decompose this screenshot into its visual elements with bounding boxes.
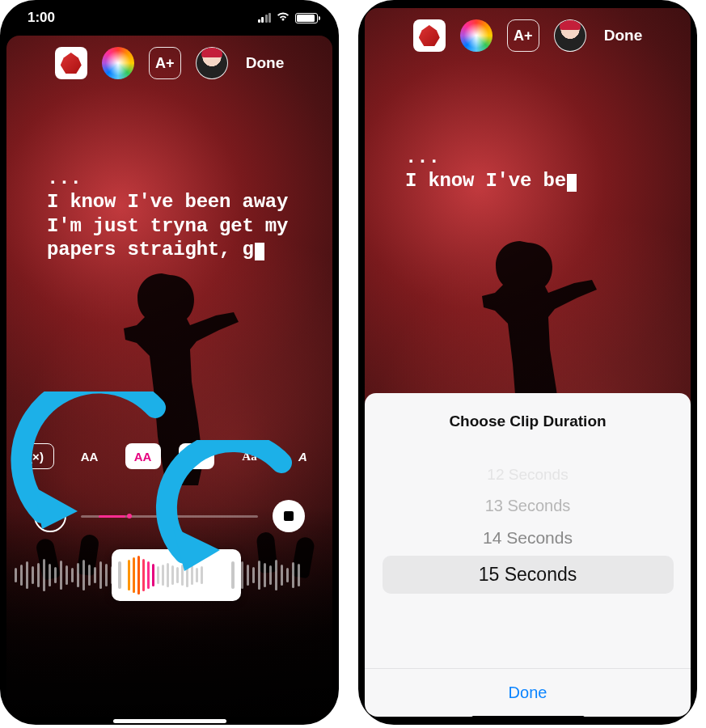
font-style-1[interactable]: (×)	[19, 443, 54, 469]
story-canvas[interactable]: A+ Done ... I know I've been away I'm ju…	[6, 36, 332, 717]
duration-row: 15	[34, 500, 305, 532]
clip-duration-button[interactable]: 15	[34, 500, 66, 532]
stop-button[interactable]	[273, 500, 305, 532]
waveform-scrubber[interactable]	[6, 548, 332, 602]
sheet-footer: Done	[365, 668, 691, 717]
lyrics-ellipsis: ...	[47, 167, 300, 190]
text-style-button[interactable]: A+	[507, 19, 539, 52]
status-bar: 1:00	[0, 0, 339, 36]
lyrics-line: I know I've been away	[47, 190, 300, 214]
story-top-toolbar: A+ Done	[365, 19, 691, 52]
font-style-5[interactable]: Aa	[232, 443, 268, 469]
lyrics-display[interactable]: ... I know I've be	[405, 146, 658, 193]
phone-duration-picker: A+ Done ... I know I've be Choose Clip D…	[358, 0, 697, 725]
phone-music-editor: 1:00 A+	[0, 0, 339, 725]
duration-picker[interactable]: 12 Seconds 13 Seconds 14 Seconds 15 Seco…	[365, 438, 691, 668]
avatar-sticker-button[interactable]	[554, 19, 586, 52]
crowd-overlay	[6, 506, 332, 717]
text-style-button[interactable]: A+	[149, 47, 181, 79]
music-sticker-button[interactable]	[55, 47, 87, 79]
font-style-4[interactable]: A	[179, 443, 214, 469]
picker-option[interactable]: 12 Seconds	[365, 461, 691, 489]
color-picker-button[interactable]	[102, 47, 134, 79]
lyrics-font-row: (×) AA AA A Aa A	[6, 443, 332, 469]
battery-icon	[295, 13, 318, 23]
picker-option[interactable]: 13 Seconds	[365, 492, 691, 520]
font-style-3-active[interactable]: AA	[125, 443, 161, 469]
music-sticker-button[interactable]	[413, 19, 446, 52]
story-canvas[interactable]: A+ Done ... I know I've be Choose Clip D…	[365, 8, 691, 717]
text-cursor	[255, 243, 264, 260]
picker-option-selected[interactable]: 15 Seconds	[383, 556, 674, 594]
cellular-icon	[258, 13, 272, 23]
lyrics-line: I'm just tryna get my papers straight, g	[47, 214, 300, 262]
done-button[interactable]: Done	[604, 27, 643, 44]
sheet-title: Choose Clip Duration	[365, 393, 691, 438]
home-indicator	[471, 716, 585, 720]
status-indicators	[258, 10, 319, 26]
status-time: 1:00	[27, 10, 55, 26]
clip-handle-right[interactable]	[231, 561, 235, 589]
wifi-icon	[276, 10, 290, 26]
font-style-6[interactable]: A	[285, 443, 321, 469]
done-button[interactable]: Done	[246, 54, 285, 72]
home-indicator	[113, 719, 226, 723]
color-picker-button[interactable]	[460, 19, 493, 52]
clip-selection-window[interactable]	[112, 549, 241, 601]
text-cursor	[567, 174, 577, 192]
story-top-toolbar: A+ Done	[6, 47, 332, 79]
lyrics-display[interactable]: ... I know I've been away I'm just tryna…	[47, 167, 300, 261]
font-style-2[interactable]: AA	[72, 443, 108, 469]
lyrics-line: I know I've be	[405, 169, 658, 193]
lyrics-ellipsis: ...	[405, 146, 658, 169]
duration-picker-sheet: Choose Clip Duration 12 Seconds 13 Secon…	[365, 393, 691, 717]
sheet-done-button[interactable]: Done	[509, 684, 547, 701]
picker-option[interactable]: 14 Seconds	[365, 523, 691, 552]
avatar-sticker-button[interactable]	[196, 47, 228, 79]
song-progress[interactable]	[81, 515, 258, 518]
stop-icon	[284, 511, 294, 521]
